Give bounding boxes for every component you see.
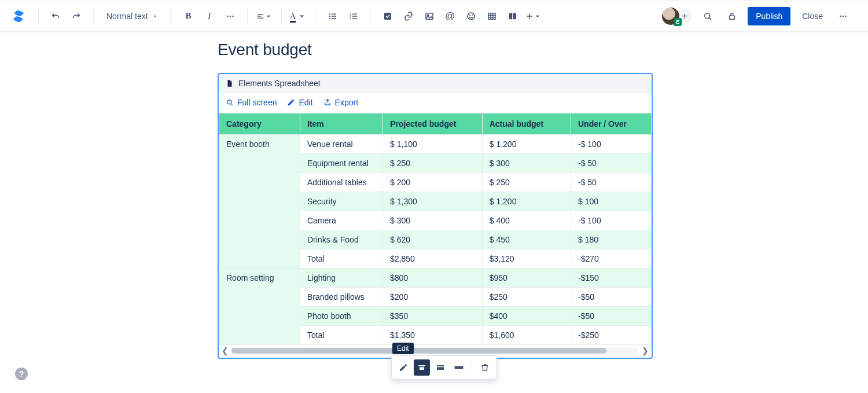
under_over-cell[interactable]: $ 100 [571, 192, 652, 211]
actual-cell[interactable]: $ 300 [482, 154, 571, 173]
search-button[interactable] [699, 8, 716, 25]
bold-button[interactable]: B [180, 8, 197, 25]
scroll-thumb[interactable] [231, 348, 606, 354]
export-link[interactable]: Export [323, 98, 358, 107]
scroll-left-icon[interactable]: ❮ [221, 346, 229, 355]
projected-cell[interactable]: $ 300 [383, 211, 483, 230]
under_over-cell[interactable]: -$270 [571, 249, 652, 269]
layout-wide-button[interactable] [432, 359, 448, 376]
item-cell[interactable]: Camera [300, 211, 382, 230]
projected-cell[interactable]: $1,350 [383, 326, 483, 345]
item-cell[interactable]: Total [300, 249, 382, 269]
item-cell[interactable]: Security [300, 192, 382, 211]
projected-cell[interactable]: $800 [383, 269, 483, 288]
export-icon [323, 98, 332, 106]
numbered-list-button[interactable]: 123 [345, 8, 362, 25]
col-under-over[interactable]: Under / Over [571, 113, 652, 135]
svg-line-38 [231, 104, 233, 105]
text-style-dropdown[interactable]: Normal text [102, 8, 163, 24]
avatar[interactable]: E [662, 8, 679, 25]
publish-button[interactable]: Publish [748, 7, 790, 25]
item-cell[interactable]: Additional tables [300, 173, 382, 192]
projected-cell[interactable]: $ 620 [383, 230, 483, 249]
link-button[interactable] [400, 8, 417, 25]
fullscreen-link[interactable]: Full screen [226, 98, 277, 107]
col-projected[interactable]: Projected budget [383, 113, 483, 135]
actual-cell[interactable]: $250 [482, 288, 571, 307]
spreadsheet-macro[interactable]: Elements Spreadsheet Full screen Edit Ex… [218, 73, 653, 359]
col-item[interactable]: Item [300, 113, 382, 135]
actual-cell[interactable]: $3,120 [482, 249, 571, 269]
insert-dropdown[interactable] [525, 8, 542, 25]
actual-cell[interactable]: $ 450 [482, 230, 571, 249]
restrictions-button[interactable] [723, 8, 741, 25]
layout-full-button[interactable] [451, 359, 467, 376]
image-button[interactable] [421, 8, 438, 25]
italic-button[interactable]: I [201, 8, 218, 25]
delete-macro-button[interactable] [477, 359, 493, 376]
emoji-button[interactable] [462, 8, 480, 25]
item-cell[interactable]: Photo booth [300, 307, 382, 326]
action-item-button[interactable] [379, 8, 396, 25]
more-formatting-button[interactable] [222, 8, 239, 25]
undo-button[interactable] [47, 8, 64, 25]
edit-tooltip: Edit [392, 343, 414, 354]
layouts-button[interactable] [504, 8, 521, 25]
projected-cell[interactable]: $ 200 [383, 173, 483, 192]
under_over-cell[interactable]: -$ 50 [571, 154, 652, 173]
align-dropdown[interactable] [256, 8, 273, 25]
edit-macro-button[interactable] [395, 359, 411, 376]
actual-cell[interactable]: $1,600 [482, 326, 571, 345]
projected-cell[interactable]: $ 250 [383, 154, 483, 173]
svg-rect-33 [730, 16, 735, 19]
layout-center-button[interactable] [414, 359, 430, 376]
item-cell[interactable]: Lighting [300, 269, 382, 288]
projected-cell[interactable]: $350 [383, 307, 483, 326]
scroll-track[interactable] [231, 348, 639, 354]
projected-cell[interactable]: $200 [383, 288, 483, 307]
category-cell[interactable]: Room setting [219, 269, 300, 345]
under_over-cell[interactable]: $ 180 [571, 230, 652, 249]
actual-cell[interactable]: $ 1,200 [482, 135, 571, 154]
layout-wide-icon [436, 363, 445, 372]
more-actions-button[interactable] [834, 8, 852, 25]
col-category[interactable]: Category [219, 113, 300, 135]
page-title[interactable]: Event budget [218, 41, 868, 59]
mention-button[interactable]: @ [442, 8, 459, 25]
col-actual[interactable]: Actual budget [482, 113, 571, 135]
scroll-right-icon[interactable]: ❯ [641, 346, 649, 355]
item-cell[interactable]: Branded pillows [300, 288, 382, 307]
close-button[interactable]: Close [797, 7, 827, 25]
under_over-cell[interactable]: -$ 50 [571, 173, 652, 192]
actual-cell[interactable]: $400 [482, 307, 571, 326]
table-row[interactable]: Room settingLighting$800$950-$150 [219, 269, 652, 288]
under_over-cell[interactable]: -$50 [571, 288, 652, 307]
projected-cell[interactable]: $ 1,100 [383, 135, 483, 154]
table-row[interactable]: Event boothVenue rental$ 1,100$ 1,200-$ … [219, 135, 652, 154]
text-color-dropdown[interactable]: A [290, 8, 307, 25]
edit-link[interactable]: Edit [287, 98, 312, 107]
actual-cell[interactable]: $ 400 [482, 211, 571, 230]
actual-cell[interactable]: $950 [482, 269, 571, 288]
svg-rect-40 [420, 367, 424, 370]
spreadsheet-table[interactable]: Category Item Projected budget Actual bu… [219, 113, 652, 345]
avatar-badge: E [674, 18, 682, 26]
actual-cell[interactable]: $ 250 [482, 173, 571, 192]
under_over-cell[interactable]: -$ 100 [571, 211, 652, 230]
under_over-cell[interactable]: -$ 100 [571, 135, 652, 154]
item-cell[interactable]: Equipment rental [300, 154, 382, 173]
under_over-cell[interactable]: -$150 [571, 269, 652, 288]
bullet-list-button[interactable] [324, 8, 341, 25]
help-button[interactable]: ? [15, 368, 28, 380]
item-cell[interactable]: Drinks & Food [300, 230, 382, 249]
redo-button[interactable] [68, 8, 85, 25]
item-cell[interactable]: Venue rental [300, 135, 382, 154]
under_over-cell[interactable]: -$50 [571, 307, 652, 326]
actual-cell[interactable]: $ 1,200 [482, 192, 571, 211]
projected-cell[interactable]: $2,850 [383, 249, 483, 269]
under_over-cell[interactable]: -$250 [571, 326, 652, 345]
category-cell[interactable]: Event booth [219, 135, 300, 269]
table-button[interactable] [483, 8, 501, 25]
item-cell[interactable]: Total [300, 326, 382, 345]
projected-cell[interactable]: $ 1,300 [383, 192, 483, 211]
